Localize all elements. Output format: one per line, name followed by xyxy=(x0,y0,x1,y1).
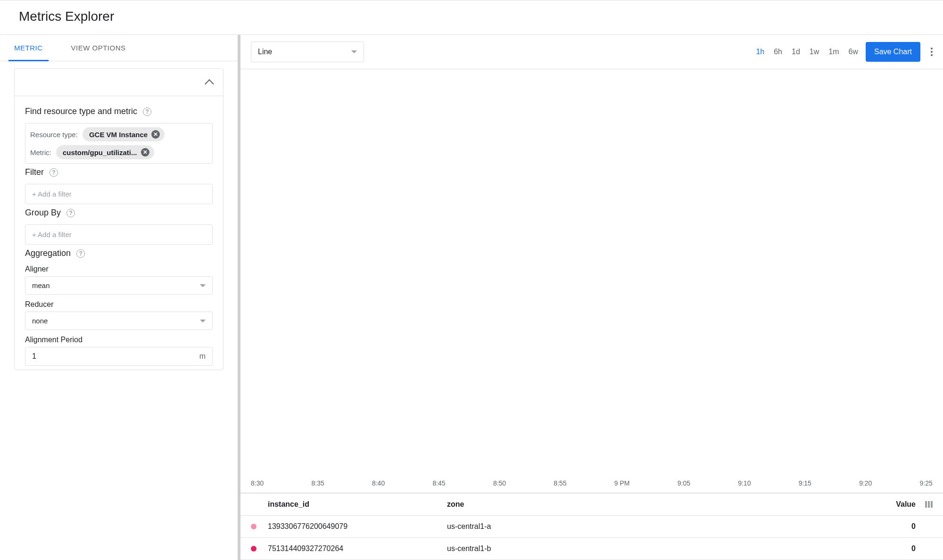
tab-view-options[interactable]: VIEW OPTIONS xyxy=(71,35,126,61)
help-icon[interactable]: ? xyxy=(76,249,85,258)
legend-zone: us-central1-a xyxy=(447,522,873,531)
x-axis-ticks: 8:308:358:408:458:508:559 PM9:059:109:15… xyxy=(240,479,943,493)
legend-value: 0 xyxy=(873,522,916,531)
x-tick: 8:55 xyxy=(554,479,566,487)
main-area: Line 1h6h1d1w1m6w Save Chart 8:308:358:4… xyxy=(240,35,943,560)
legend-header-row: instance_id zone Value xyxy=(240,493,943,516)
time-range-1m[interactable]: 1m xyxy=(828,48,839,56)
legend-instance-id: 1393306776200649079 xyxy=(268,522,447,531)
x-tick: 9:25 xyxy=(920,479,933,487)
reducer-select[interactable]: none xyxy=(25,312,213,330)
resource-type-label: Resource type: xyxy=(30,131,78,139)
legend-table: instance_id zone Value 13933067762006490… xyxy=(240,493,943,560)
chart-type-select[interactable]: Line xyxy=(251,41,364,62)
help-icon[interactable]: ? xyxy=(50,168,58,177)
chart-area[interactable]: 8:308:358:408:458:508:559 PM9:059:109:15… xyxy=(240,69,943,493)
col-zone[interactable]: zone xyxy=(447,500,873,509)
col-value[interactable]: Value xyxy=(873,500,916,509)
sidebar-tabs: METRIC VIEW OPTIONS xyxy=(0,35,238,61)
metric-card: Find resource type and metric ? Resource… xyxy=(14,68,223,370)
sidebar: METRIC VIEW OPTIONS Find resource type a… xyxy=(0,35,240,560)
time-range-1w[interactable]: 1w xyxy=(810,48,819,56)
x-tick: 8:50 xyxy=(493,479,506,487)
chevron-down-icon xyxy=(351,50,357,53)
time-range-6w[interactable]: 6w xyxy=(849,48,858,56)
chevron-up-icon xyxy=(205,79,214,89)
col-instance-id[interactable]: instance_id xyxy=(268,500,447,509)
time-range: 1h6h1d1w1m6w xyxy=(756,48,858,56)
group-by-label: Group By ? xyxy=(25,208,213,218)
close-icon[interactable]: ✕ xyxy=(141,148,149,156)
find-metric-label: Find resource type and metric ? xyxy=(25,107,213,116)
close-icon[interactable]: ✕ xyxy=(151,130,160,139)
aligner-select[interactable]: mean xyxy=(25,276,213,295)
legend-row[interactable]: 1393306776200649079us-central1-a0 xyxy=(240,516,943,538)
legend-value: 0 xyxy=(873,544,916,553)
help-icon[interactable]: ? xyxy=(143,107,151,116)
metric-panel: Find resource type and metric ? Resource… xyxy=(0,61,238,560)
x-tick: 9:15 xyxy=(799,479,811,487)
resource-type-chip[interactable]: GCE VM Instance ✕ xyxy=(83,127,165,141)
x-tick: 9:05 xyxy=(678,479,690,487)
more-menu-icon[interactable] xyxy=(928,45,935,59)
alignment-period-input[interactable]: 1 m xyxy=(25,347,213,366)
x-tick: 8:35 xyxy=(311,479,324,487)
page-title: Metrics Explorer xyxy=(19,9,924,24)
collapse-toggle[interactable] xyxy=(15,69,223,96)
tab-metric[interactable]: METRIC xyxy=(14,35,43,61)
time-range-1d[interactable]: 1d xyxy=(792,48,800,56)
columns-icon[interactable] xyxy=(925,501,933,508)
chevron-down-icon xyxy=(200,284,206,287)
group-by-input[interactable]: + Add a filter xyxy=(25,224,213,245)
save-chart-button[interactable]: Save Chart xyxy=(866,42,920,62)
time-range-6h[interactable]: 6h xyxy=(774,48,782,56)
x-tick: 9 PM xyxy=(614,479,630,487)
metric-label: Metric: xyxy=(30,148,51,156)
series-swatch xyxy=(251,546,256,552)
x-tick: 8:45 xyxy=(432,479,445,487)
page-header: Metrics Explorer xyxy=(0,0,943,35)
x-tick: 9:20 xyxy=(859,479,872,487)
metric-chip[interactable]: custom/gpu_utilizati... ✕ xyxy=(56,145,154,159)
metric-chip-box[interactable]: Resource type: GCE VM Instance ✕ Metric:… xyxy=(25,123,213,164)
legend-zone: us-central1-b xyxy=(447,544,873,553)
aggregation-label: Aggregation ? xyxy=(25,248,213,258)
reducer-label: Reducer xyxy=(25,300,213,309)
alignment-period-label: Alignment Period xyxy=(25,336,213,344)
chart-toolbar: Line 1h6h1d1w1m6w Save Chart xyxy=(240,35,943,69)
time-range-1h[interactable]: 1h xyxy=(756,48,764,56)
chevron-down-icon xyxy=(200,320,206,322)
legend-row[interactable]: 751314409327270264us-central1-b0 xyxy=(240,538,943,560)
filter-label: Filter ? xyxy=(25,167,213,177)
series-swatch xyxy=(251,524,256,529)
x-tick: 8:40 xyxy=(372,479,385,487)
aligner-label: Aligner xyxy=(25,265,213,273)
legend-instance-id: 751314409327270264 xyxy=(268,544,447,553)
x-tick: 8:30 xyxy=(251,479,264,487)
x-tick: 9:10 xyxy=(738,479,751,487)
filter-input[interactable]: + Add a filter xyxy=(25,184,213,204)
help-icon[interactable]: ? xyxy=(66,209,75,217)
